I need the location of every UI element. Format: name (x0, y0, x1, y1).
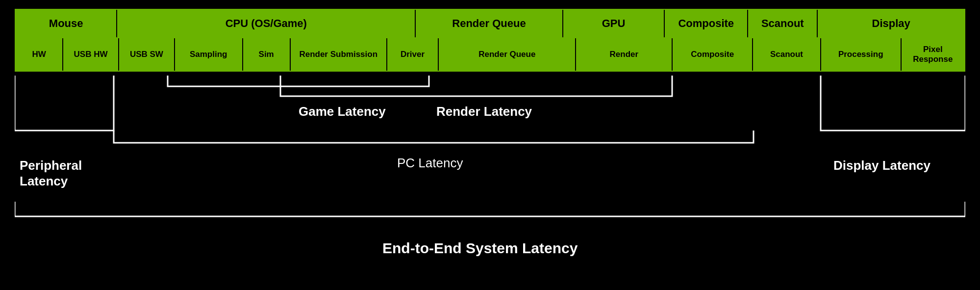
header-gpu: GPU (563, 10, 665, 37)
sub-composite: Composite (673, 38, 753, 71)
brackets-svg: Game Latency Render Latency Peripheral L… (15, 72, 965, 268)
header-cpu: CPU (OS/Game) (117, 10, 416, 37)
sub-hw: HW (16, 38, 63, 71)
sub-pixel-response: Pixel Response (902, 38, 964, 71)
header-composite: Composite (665, 10, 748, 37)
game-latency-bracket (168, 76, 429, 86)
header-scanout: Scanout (748, 10, 818, 37)
sub-processing: Processing (821, 38, 902, 71)
peripheral-latency-label2: Latency (20, 174, 68, 188)
header-mouse: Mouse (16, 10, 117, 37)
end-to-end-label: End-to-End System Latency (382, 240, 578, 256)
header-render-queue: Render Queue (416, 10, 563, 37)
sub-driver: Driver (387, 38, 439, 71)
sub-render-submission: Render Submission (291, 38, 387, 71)
peripheral-latency-bracket (15, 76, 114, 131)
peripheral-latency-label: Peripheral (20, 158, 82, 173)
sub-render: Render (576, 38, 673, 71)
sub-sim: Sim (243, 38, 291, 71)
sub-usb-sw: USB SW (119, 38, 175, 71)
sub-row: HW USB HW USB SW Sampling Sim Render Sub… (15, 38, 965, 72)
render-latency-label: Render Latency (436, 104, 532, 119)
pc-latency-bracket (114, 131, 754, 143)
header-row: Mouse CPU (OS/Game) Render Queue GPU Com… (15, 9, 965, 38)
sub-scanout: Scanout (753, 38, 821, 71)
sub-usb-hw: USB HW (63, 38, 119, 71)
sub-render-queue: Render Queue (439, 38, 576, 71)
display-latency-bracket (821, 76, 965, 131)
sub-sampling: Sampling (175, 38, 243, 71)
game-latency-label: Game Latency (299, 104, 386, 119)
display-latency-label: Display Latency (833, 158, 931, 173)
end-to-end-bracket (15, 202, 965, 216)
diagram: Mouse CPU (OS/Game) Render Queue GPU Com… (0, 0, 980, 290)
pc-latency-label: PC Latency (397, 156, 463, 170)
header-display: Display (818, 10, 964, 37)
